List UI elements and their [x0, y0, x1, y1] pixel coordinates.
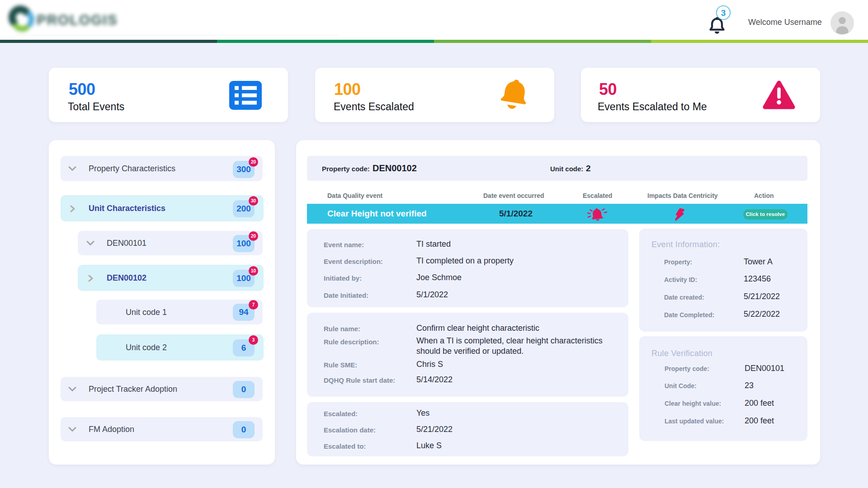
svg-text:PROLOGIS: PROLOGIS — [37, 12, 118, 28]
svg-text:3: 3 — [721, 8, 726, 18]
